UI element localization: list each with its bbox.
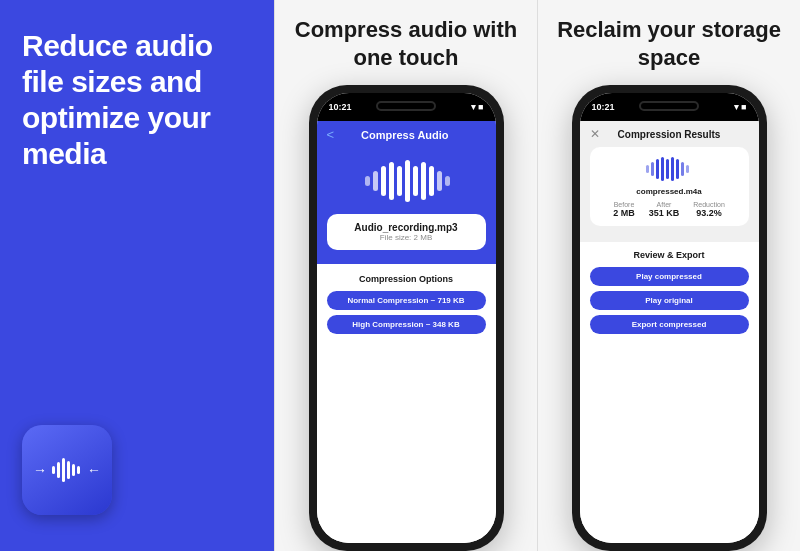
- play-compressed-btn[interactable]: Play compressed: [590, 267, 749, 286]
- middle-screen-blue: < Compress Audio: [317, 121, 496, 264]
- right-screen-white: Review & Export Play compressed Play ori…: [580, 242, 759, 543]
- right-phone-inner: 10:21 ▾ ■ ✕ Compression Results: [580, 93, 759, 543]
- back-arrow-icon[interactable]: <: [327, 127, 335, 142]
- export-title: Review & Export: [633, 250, 704, 260]
- close-icon[interactable]: ✕: [590, 127, 600, 141]
- right-status-time: 10:21: [592, 102, 615, 112]
- svg-rect-1: [57, 462, 60, 478]
- middle-nav-title: Compress Audio: [340, 129, 469, 141]
- svg-rect-4: [72, 464, 75, 476]
- svg-rect-19: [656, 159, 659, 179]
- stat-after-value: 351 KB: [649, 208, 680, 218]
- result-stats: Before 2 MB After 351 KB Reduction 93.2%: [602, 201, 737, 218]
- svg-rect-6: [365, 176, 370, 186]
- svg-rect-12: [413, 166, 418, 196]
- right-status-bar: 10:21 ▾ ■: [580, 93, 759, 121]
- svg-rect-22: [671, 157, 674, 181]
- right-headline: Reclaim your storage space: [554, 16, 784, 71]
- arrow-right-icon: ←: [87, 462, 101, 478]
- right-status-icons: ▾ ■: [734, 102, 747, 112]
- stat-reduction-value: 93.2%: [696, 208, 722, 218]
- right-nav-bar: ✕ Compression Results: [590, 127, 749, 141]
- svg-rect-14: [429, 166, 434, 196]
- results-title: Compression Results: [604, 129, 735, 140]
- middle-nav-bar: < Compress Audio: [327, 127, 486, 142]
- result-waveform: [644, 155, 694, 183]
- svg-rect-9: [389, 162, 394, 200]
- middle-phone-mockup: 10:21 ▾ ■ < Compress Audio: [309, 85, 504, 551]
- compression-options-title: Compression Options: [359, 274, 453, 284]
- svg-rect-13: [421, 162, 426, 200]
- svg-rect-8: [381, 166, 386, 196]
- stat-reduction-label: Reduction: [693, 201, 725, 208]
- svg-rect-5: [77, 466, 80, 474]
- waveform-icon: [49, 452, 85, 488]
- app-icon: → ←: [22, 425, 112, 515]
- middle-panel: Compress audio with one touch 10:21 ▾ ■ …: [274, 0, 538, 551]
- svg-rect-18: [651, 162, 654, 176]
- svg-rect-25: [686, 165, 689, 173]
- middle-notch-pill: [376, 101, 436, 111]
- svg-rect-17: [646, 165, 649, 173]
- svg-rect-21: [666, 159, 669, 179]
- svg-rect-16: [445, 176, 450, 186]
- normal-compression-btn[interactable]: Normal Compression ~ 719 KB: [327, 291, 486, 310]
- play-original-btn[interactable]: Play original: [590, 291, 749, 310]
- middle-file-card: Audio_recording.mp3 File size: 2 MB: [327, 214, 486, 250]
- result-file-card: compressed.m4a Before 2 MB After 351 KB …: [590, 147, 749, 226]
- right-screen-gray: ✕ Compression Results: [580, 121, 759, 242]
- file-card-size: File size: 2 MB: [339, 233, 474, 242]
- middle-waveform: [361, 156, 451, 206]
- svg-rect-11: [405, 160, 410, 202]
- stat-before: Before 2 MB: [613, 201, 635, 218]
- high-compression-btn[interactable]: High Compression ~ 348 KB: [327, 315, 486, 334]
- middle-screen-white: Compression Options Normal Compression ~…: [317, 264, 496, 543]
- right-notch-pill: [639, 101, 699, 111]
- middle-phone-inner: 10:21 ▾ ■ < Compress Audio: [317, 93, 496, 543]
- arrow-left-icon: →: [33, 462, 47, 478]
- stat-after-label: After: [657, 201, 672, 208]
- svg-rect-15: [437, 171, 442, 191]
- svg-rect-24: [681, 162, 684, 176]
- svg-rect-2: [62, 458, 65, 482]
- svg-rect-20: [661, 157, 664, 181]
- right-phone-mockup: 10:21 ▾ ■ ✕ Compression Results: [572, 85, 767, 551]
- result-filename: compressed.m4a: [636, 187, 701, 196]
- left-headline: Reduce audio file sizes and optimize you…: [22, 28, 252, 172]
- stat-before-value: 2 MB: [613, 208, 635, 218]
- svg-rect-10: [397, 166, 402, 196]
- right-panel: Reclaim your storage space 10:21 ▾ ■ ✕ C…: [538, 0, 800, 551]
- svg-rect-7: [373, 171, 378, 191]
- middle-headline: Compress audio with one touch: [291, 16, 521, 71]
- svg-rect-3: [67, 461, 70, 479]
- file-card-name: Audio_recording.mp3: [339, 222, 474, 233]
- stat-after: After 351 KB: [649, 201, 680, 218]
- left-panel: Reduce audio file sizes and optimize you…: [0, 0, 274, 551]
- svg-rect-23: [676, 159, 679, 179]
- export-compressed-btn[interactable]: Export compressed: [590, 315, 749, 334]
- stat-before-label: Before: [614, 201, 635, 208]
- svg-rect-0: [52, 466, 55, 474]
- stat-reduction: Reduction 93.2%: [693, 201, 725, 218]
- middle-status-time: 10:21: [329, 102, 352, 112]
- middle-status-icons: ▾ ■: [471, 102, 484, 112]
- middle-status-bar: 10:21 ▾ ■: [317, 93, 496, 121]
